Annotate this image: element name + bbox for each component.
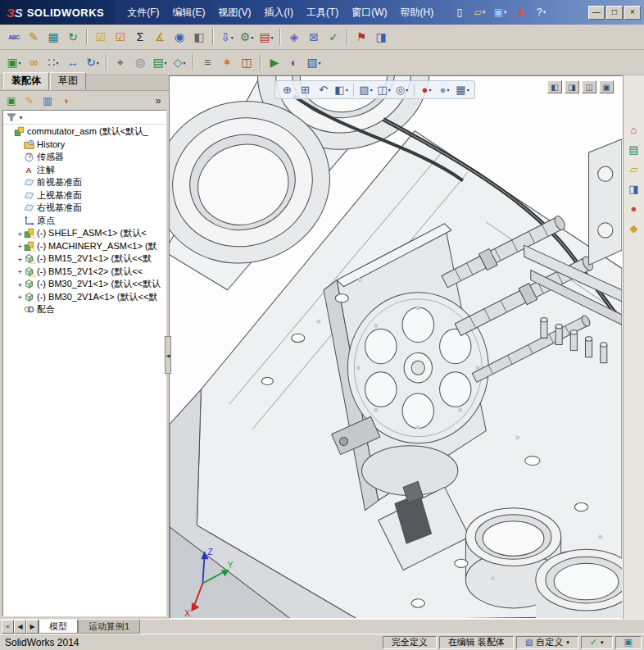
edit-appearance-icon[interactable]: ● ▾ (418, 82, 435, 98)
render-icon[interactable]: ◐ ▾ (284, 52, 304, 72)
help-icon[interactable]: ? ▾ (532, 4, 551, 20)
restore-button[interactable]: □ (606, 6, 623, 20)
component-pattern-icon[interactable]: ∷ ▾ (43, 52, 63, 72)
panel-splitter-handle[interactable]: ◀ (165, 336, 171, 374)
view-orientation-icon[interactable]: ▧ ▾ (357, 82, 374, 98)
move-component-icon[interactable]: ↔ ▾ (63, 52, 83, 72)
pane-right-button[interactable]: ◨ (565, 80, 579, 93)
appearance-palette-icon[interactable]: ◨ ▾ (371, 27, 391, 47)
drawing-icon[interactable]: ▧ ▾ (304, 52, 324, 72)
reference-geometry-icon[interactable]: ◇ ▾ (170, 52, 189, 72)
measure-icon[interactable]: ∡ ▾ (150, 27, 170, 47)
interference-icon[interactable]: ◈ ▾ (284, 27, 304, 47)
flag-icon[interactable]: ⚑ ▾ (351, 27, 371, 47)
tab-scroll-first-button[interactable]: « (2, 620, 14, 634)
panel-chevron-button[interactable]: » (151, 95, 166, 107)
motion-study-icon[interactable]: ▶ ▾ (265, 52, 284, 72)
menu-item[interactable]: 帮助(H) (394, 3, 441, 22)
tab-scroll-left-button[interactable]: ◀ (14, 620, 26, 634)
tree-item[interactable]: + ⚠ (-) MACHINERY_ASM<1> (默 (3, 240, 166, 253)
exploded-view-icon[interactable]: ✶ ▾ (217, 52, 237, 72)
view-palette-icon[interactable]: ◨ (625, 180, 642, 198)
expand-toggle[interactable]: + (16, 293, 24, 301)
selection-filter-icon[interactable]: ☑ ▾ (91, 27, 111, 47)
design-library-icon[interactable]: ▤ (625, 141, 642, 158)
pane-left-button[interactable]: ◧ (547, 80, 562, 93)
task-home-icon[interactable]: ⌂ (625, 121, 642, 139)
mass-properties-icon[interactable]: ◉ ▾ (170, 27, 189, 47)
pane-split-button[interactable]: ◫ (582, 80, 596, 93)
zoom-fit-icon[interactable]: ⊕ ▾ (279, 82, 296, 98)
tree-item[interactable]: ⚠ 原点 (3, 215, 166, 228)
bill-of-materials-icon[interactable]: ≡ ▾ (197, 52, 217, 72)
close-button[interactable]: × (624, 6, 641, 20)
save-icon[interactable]: ▣ ▾ (491, 4, 510, 20)
tree-item[interactable]: + ⚠ (-) BM15_2V1<1> (默认<<默 (3, 252, 166, 266)
toggle-display-icon[interactable]: ▮ ▾ (511, 4, 530, 20)
tree-item[interactable]: + ⚠ (-) BM15_2V1<2> (默认<< (3, 266, 166, 279)
import-icon[interactable]: ⇩ ▾ (217, 27, 237, 47)
display-style-icon[interactable]: ◫ ▾ (375, 82, 392, 98)
filter-funnel-icon[interactable] (7, 112, 16, 122)
appearances-icon[interactable]: ● (625, 200, 642, 217)
menu-item[interactable]: 工具(T) (300, 3, 345, 22)
menu-item[interactable]: 编辑(E) (166, 3, 212, 22)
tree-item[interactable]: ⚠ 配合 (3, 303, 166, 316)
menu-item[interactable]: 文件(F) (120, 3, 166, 22)
document-tab[interactable]: 运动算例1 (78, 620, 140, 634)
panel-tab[interactable]: 装配体 (3, 72, 49, 90)
options-icon[interactable]: ⚙ ▾ (237, 27, 256, 47)
hide-show-items-icon[interactable]: ◎ ▾ (393, 82, 410, 98)
display-manager-icon[interactable]: ◑ (57, 93, 74, 108)
expand-toggle[interactable]: + (16, 267, 24, 275)
section-properties-icon[interactable]: ◧ ▾ (189, 27, 209, 47)
show-hidden-components-icon[interactable]: ◎ ▾ (130, 52, 150, 72)
menu-item[interactable]: 窗口(W) (345, 3, 393, 22)
new-document-icon[interactable]: ▯ ▾ (450, 4, 469, 20)
tree-item[interactable]: ⚠ commutator_asm (默认<默认_ (3, 125, 166, 139)
tree-item[interactable]: ⚠ 右视基准面 (3, 202, 166, 215)
previous-view-icon[interactable]: ↶ ▾ (315, 82, 332, 98)
mate-icon[interactable]: ∞ ▾ (24, 52, 43, 72)
cad-model-canvas[interactable]: Z Y X (170, 76, 622, 618)
pane-single-button[interactable]: ▣ (599, 80, 614, 93)
property-manager-icon[interactable]: ✎ (21, 93, 38, 108)
verification-icon[interactable]: ☑ ▾ (111, 27, 130, 47)
tree-item[interactable]: + ⚠ (-) SHELF_ASM<1> (默认< (3, 227, 166, 240)
tree-item[interactable]: ⚠ 上视基准面 (3, 189, 166, 202)
file-explorer-icon[interactable]: ▱ (625, 161, 642, 178)
expand-toggle[interactable]: + (16, 230, 24, 238)
graphics-viewport[interactable]: Z Y X ⊕ ▾ ⊞ ▾ ↶ (169, 75, 623, 619)
expand-toggle[interactable]: + (16, 242, 24, 250)
status-check-toggle[interactable]: ✓ ▾ (581, 636, 613, 649)
tree-item[interactable]: ⚠ History (3, 139, 166, 152)
deviation-analysis-icon[interactable]: ⊠ ▾ (304, 27, 324, 47)
smart-fasteners-icon[interactable]: ⌖ ▾ (111, 52, 130, 72)
spellcheck-icon[interactable]: ABC ▾ (4, 27, 24, 47)
open-document-icon[interactable]: ▱ ▾ (470, 4, 489, 20)
status-indicator[interactable]: ▣ (615, 636, 642, 649)
annotation-pen-icon[interactable]: ✎ ▾ (24, 27, 43, 47)
tree-item[interactable]: ⚠ 传感器 (3, 151, 166, 164)
expand-toggle[interactable]: + (16, 255, 24, 263)
insert-component-icon[interactable]: ▣ ▾ (4, 52, 24, 72)
rotate-component-icon[interactable]: ↻ ▾ (83, 52, 102, 72)
minimize-button[interactable]: — (588, 6, 605, 20)
expand-toggle[interactable]: + (16, 280, 24, 289)
tree-item[interactable]: + ⚠ (-) BM30_2V1A<1> (默认<<默 (3, 291, 166, 304)
accept-icon[interactable]: ✓ ▾ (324, 27, 343, 47)
section-view-icon[interactable]: ◧ ▾ (333, 82, 350, 98)
zoom-area-icon[interactable]: ⊞ ▾ (297, 82, 314, 98)
equations-icon[interactable]: Σ ▾ (130, 27, 150, 47)
configuration-manager-icon[interactable]: ▥ (39, 93, 56, 108)
rebuild-icon[interactable]: ↻ ▾ (63, 27, 83, 47)
design-checker-icon[interactable]: ▤ ▾ (256, 27, 276, 47)
filter-dropdown-icon[interactable]: ▼ (18, 115, 24, 120)
tree-item[interactable]: + ⚠ (-) BM30_2V1<1> (默认<<默认 (3, 278, 166, 291)
interference-detection-icon[interactable]: ◫ ▾ (237, 52, 256, 72)
tree-item[interactable]: ⚠ 前视基准面 (3, 176, 166, 189)
document-tab[interactable]: 模型 (39, 620, 78, 634)
apply-scene-icon[interactable]: ● ▾ (436, 82, 453, 98)
menu-item[interactable]: 视图(V) (212, 3, 258, 22)
tab-scroll-right-button[interactable]: ▶ (26, 620, 39, 634)
